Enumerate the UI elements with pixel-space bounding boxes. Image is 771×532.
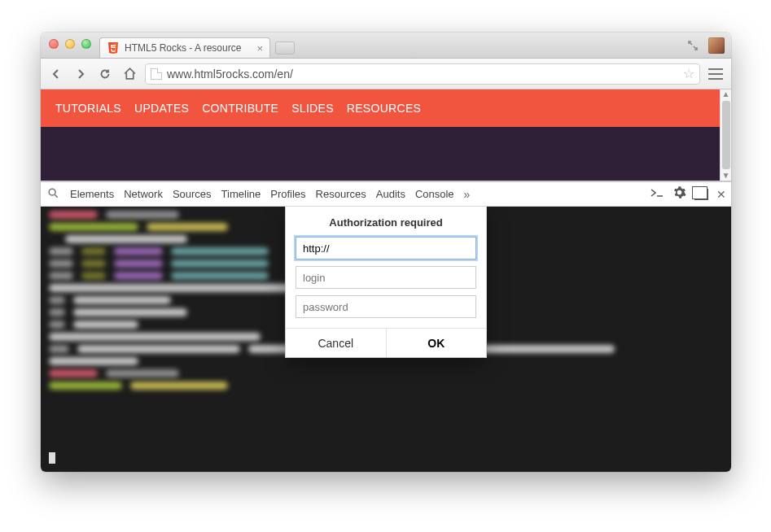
search-icon[interactable] [46,187,60,201]
minimize-window-button[interactable] [65,39,75,49]
devtools-tab-console[interactable]: Console [415,188,454,200]
forward-button[interactable] [72,65,90,83]
home-button[interactable] [120,65,138,83]
settings-gear-icon[interactable] [672,185,686,203]
devtools-body: Authorization required Cancel OK [41,207,731,472]
page-content: TUTORIALS UPDATES CONTRIBUTE SLIDES RESO… [41,89,731,181]
devtools-tab-timeline[interactable]: Timeline [221,188,261,200]
ok-button[interactable]: OK [387,329,487,357]
devtools-panel: Elements Network Sources Timeline Profil… [41,181,731,472]
fullscreen-icon[interactable] [686,38,700,53]
devtools-overflow-icon[interactable]: » [464,188,471,201]
back-button[interactable] [47,65,65,83]
svg-marker-4 [113,45,116,46]
toggle-drawer-icon[interactable] [650,187,664,201]
devtools-tab-network[interactable]: Network [124,188,163,200]
close-tab-icon[interactable]: × [256,43,263,54]
titlebar: HTML5 Rocks - A resource × [41,33,731,59]
svg-point-6 [49,189,55,195]
scroll-up-icon[interactable]: ▲ [722,89,730,99]
address-bar[interactable]: www.html5rocks.com/en/ ☆ [145,63,700,85]
auth-password-input[interactable] [296,295,476,318]
devtools-tab-audits[interactable]: Audits [376,188,405,200]
auth-url-input[interactable] [296,237,476,259]
authorization-dialog: Authorization required Cancel OK [285,207,487,358]
scroll-thumb[interactable] [722,101,730,169]
devtools-tab-profiles[interactable]: Profiles [270,188,305,200]
devtools-tab-elements[interactable]: Elements [70,188,114,200]
browser-tab[interactable]: HTML5 Rocks - A resource × [99,37,270,58]
zoom-window-button[interactable] [81,39,91,49]
bookmark-star-icon[interactable]: ☆ [683,66,694,81]
site-nav: TUTORIALS UPDATES CONTRIBUTE SLIDES RESO… [41,89,731,127]
close-devtools-icon[interactable]: ✕ [716,188,726,201]
tab-title: HTML5 Rocks - A resource [125,42,252,54]
profile-avatar[interactable] [708,37,725,54]
dialog-title: Authorization required [286,207,486,237]
scroll-down-icon[interactable]: ▼ [722,171,730,181]
devtools-tab-resources[interactable]: Resources [316,188,366,200]
site-nav-link[interactable]: RESOURCES [347,102,421,115]
url-text: www.html5rocks.com/en/ [167,68,678,81]
url-toolbar: www.html5rocks.com/en/ ☆ [41,59,731,89]
page-hero [41,127,731,181]
page-scrollbar[interactable]: ▲ ▼ [720,89,731,181]
site-nav-link[interactable]: SLIDES [291,102,334,115]
menu-button[interactable] [707,65,725,83]
page-icon [151,68,162,80]
traffic-lights [49,39,91,49]
site-nav-link[interactable]: CONTRIBUTE [202,102,278,115]
auth-login-input[interactable] [296,266,476,289]
html5-favicon-icon [107,41,120,55]
site-nav-link[interactable]: TUTORIALS [55,102,121,115]
browser-window: HTML5 Rocks - A resource × www.html5rock… [41,33,731,472]
close-window-button[interactable] [49,39,59,49]
new-tab-button[interactable] [275,41,295,55]
devtools-tab-sources[interactable]: Sources [173,188,212,200]
text-cursor [49,452,55,464]
dock-side-icon[interactable] [694,189,708,200]
reload-button[interactable] [96,65,114,83]
cancel-button[interactable]: Cancel [286,329,387,357]
devtools-tabbar: Elements Network Sources Timeline Profil… [41,182,731,207]
site-nav-link[interactable]: UPDATES [134,102,189,115]
